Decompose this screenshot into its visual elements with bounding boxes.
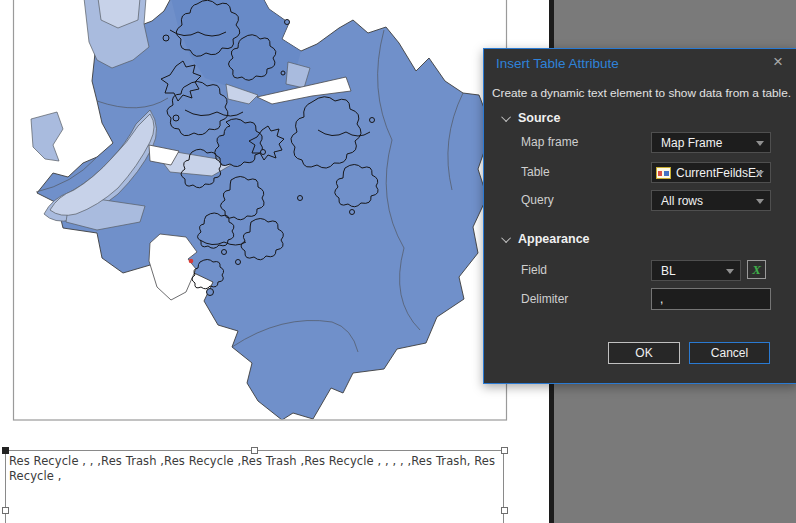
dynamic-text-line: Res Recycle , , ,Res Trash ,Res Recycle … [9,454,501,469]
chevron-down-icon [501,233,511,243]
dynamic-text-element[interactable]: Res Recycle , , ,Res Trash ,Res Recycle … [5,450,504,523]
delimiter-label: Delimiter [521,292,568,306]
selection-handle-mid-right[interactable] [501,507,508,514]
query-value: All rows [661,194,703,208]
selection-handle-mid-left[interactable] [2,507,9,514]
dialog-title: Insert Table Attribute [496,56,619,71]
dropdown-arrow-icon [726,269,734,274]
query-dropdown[interactable]: All rows [651,190,771,211]
dynamic-text-content: Res Recycle , , ,Res Trash ,Res Recycle … [6,451,503,484]
insert-table-attribute-dialog: Insert Table Attribute × Create a dynami… [483,48,796,384]
selection-handle-top-right[interactable] [501,447,508,454]
delimiter-input[interactable] [651,288,771,310]
section-appearance[interactable]: Appearance [504,232,590,246]
field-value: BL [661,264,676,278]
dialog-description: Create a dynamic text element to show da… [492,86,791,100]
table-value: CurrentFeildsEx [676,166,762,180]
dropdown-arrow-icon [756,199,764,204]
query-label: Query [521,193,554,207]
dynamic-text-line: Recycle , [9,469,501,484]
selection-handle-top-center[interactable] [251,447,258,454]
field-dropdown[interactable]: BL [651,260,741,281]
selection-handle-top-left[interactable] [2,447,9,454]
close-icon[interactable]: × [773,52,783,72]
layout-page [0,0,549,523]
set-expression-button[interactable]: X [747,260,766,279]
dropdown-arrow-icon [756,141,764,146]
section-source[interactable]: Source [504,111,560,125]
map-frame-label: Map frame [521,135,578,149]
ok-button[interactable]: OK [608,342,680,364]
map-frame-dropdown[interactable]: Map Frame [651,132,771,153]
table-label: Table [521,165,550,179]
section-source-label: Source [518,111,560,125]
cancel-button[interactable]: Cancel [689,342,770,364]
field-label: Field [521,263,547,277]
chevron-down-icon [501,112,511,122]
map-frame-value: Map Frame [661,136,722,150]
expression-x-icon: X [752,262,761,278]
dropdown-arrow-icon [756,171,764,176]
table-icon [656,167,671,179]
table-dropdown[interactable]: CurrentFeildsEx [651,162,771,183]
section-appearance-label: Appearance [518,232,590,246]
